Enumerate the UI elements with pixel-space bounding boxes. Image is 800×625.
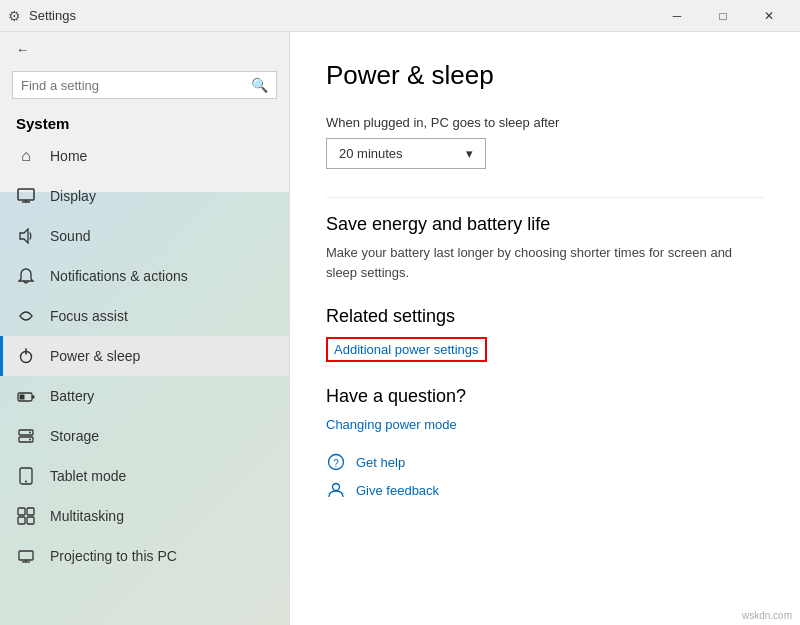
sidebar-item-focus-label: Focus assist <box>50 308 128 324</box>
additional-power-settings-link[interactable]: Additional power settings <box>326 337 487 362</box>
sound-icon <box>16 226 36 246</box>
sidebar-item-multitasking[interactable]: Multitasking <box>0 496 289 536</box>
svg-rect-8 <box>20 395 25 400</box>
changing-power-mode-link[interactable]: Changing power mode <box>326 417 764 432</box>
search-box[interactable]: 🔍 <box>12 71 277 99</box>
chevron-down-icon: ▾ <box>466 146 473 161</box>
sidebar: ← 🔍 System ⌂ Home Display Sound <box>0 32 290 625</box>
storage-icon <box>16 426 36 446</box>
sidebar-item-display[interactable]: Display <box>0 176 289 216</box>
page-title: Power & sleep <box>326 60 764 91</box>
close-button[interactable]: ✕ <box>746 0 792 32</box>
sidebar-item-battery-label: Battery <box>50 388 94 404</box>
sidebar-item-sound-label: Sound <box>50 228 90 244</box>
battery-icon <box>16 386 36 406</box>
svg-point-12 <box>29 439 31 441</box>
svg-rect-15 <box>18 508 25 515</box>
sleep-dropdown-value: 20 minutes <box>339 146 403 161</box>
svg-point-11 <box>29 432 31 434</box>
save-energy-desc: Make your battery last longer by choosin… <box>326 243 764 282</box>
app-container: ← 🔍 System ⌂ Home Display Sound <box>0 32 800 625</box>
projecting-icon <box>16 546 36 566</box>
sidebar-item-focus[interactable]: Focus assist <box>0 296 289 336</box>
sidebar-item-storage[interactable]: Storage <box>0 416 289 456</box>
display-icon <box>16 186 36 206</box>
question-heading: Have a question? <box>326 386 764 407</box>
sidebar-item-power-label: Power & sleep <box>50 348 140 364</box>
app-title: Settings <box>29 8 76 23</box>
svg-rect-16 <box>27 508 34 515</box>
sidebar-section-title: System <box>0 107 289 136</box>
sleep-label: When plugged in, PC goes to sleep after <box>326 115 764 130</box>
sidebar-item-storage-label: Storage <box>50 428 99 444</box>
watermark: wskdn.com <box>742 610 792 621</box>
svg-rect-19 <box>19 551 33 560</box>
changing-power-link-label: Changing power mode <box>326 417 457 432</box>
sidebar-item-tablet[interactable]: Tablet mode <box>0 456 289 496</box>
title-bar: ⚙ Settings ─ □ ✕ <box>0 0 800 32</box>
give-feedback-icon <box>326 480 346 500</box>
give-feedback-label: Give feedback <box>356 483 439 498</box>
sidebar-item-projecting[interactable]: Projecting to this PC <box>0 536 289 576</box>
focus-icon <box>16 306 36 326</box>
window-controls: ─ □ ✕ <box>654 0 792 32</box>
svg-rect-0 <box>18 189 34 200</box>
home-icon: ⌂ <box>16 146 36 166</box>
app-icon: ⚙ <box>8 8 21 24</box>
sidebar-item-notifications-label: Notifications & actions <box>50 268 188 284</box>
svg-point-14 <box>25 481 27 483</box>
give-feedback-link[interactable]: Give feedback <box>326 480 764 500</box>
tablet-icon <box>16 466 36 486</box>
sidebar-item-battery[interactable]: Battery <box>0 376 289 416</box>
search-input[interactable] <box>21 78 245 93</box>
back-home-button[interactable]: ← <box>0 32 289 67</box>
back-arrow-icon: ← <box>16 42 29 57</box>
sleep-dropdown[interactable]: 20 minutes ▾ <box>326 138 486 169</box>
get-help-link[interactable]: ? Get help <box>326 452 764 472</box>
get-help-label: Get help <box>356 455 405 470</box>
multitasking-icon <box>16 506 36 526</box>
minimize-button[interactable]: ─ <box>654 0 700 32</box>
sidebar-item-projecting-label: Projecting to this PC <box>50 548 177 564</box>
main-content: Power & sleep When plugged in, PC goes t… <box>290 32 800 625</box>
maximize-button[interactable]: □ <box>700 0 746 32</box>
svg-point-24 <box>333 484 340 491</box>
notifications-icon <box>16 266 36 286</box>
power-icon <box>16 346 36 366</box>
sidebar-item-home-label: Home <box>50 148 87 164</box>
svg-text:?: ? <box>333 458 339 469</box>
sidebar-item-multitasking-label: Multitasking <box>50 508 124 524</box>
get-help-icon: ? <box>326 452 346 472</box>
svg-rect-17 <box>18 517 25 524</box>
svg-rect-18 <box>27 517 34 524</box>
related-settings-heading: Related settings <box>326 306 764 327</box>
sidebar-item-home[interactable]: ⌂ Home <box>0 136 289 176</box>
sidebar-item-display-label: Display <box>50 188 96 204</box>
sidebar-item-tablet-label: Tablet mode <box>50 468 126 484</box>
save-energy-heading: Save energy and battery life <box>326 214 764 235</box>
sidebar-item-sound[interactable]: Sound <box>0 216 289 256</box>
svg-rect-7 <box>32 396 35 399</box>
search-icon[interactable]: 🔍 <box>251 77 268 93</box>
sidebar-item-notifications[interactable]: Notifications & actions <box>0 256 289 296</box>
svg-marker-3 <box>20 229 28 243</box>
divider-1 <box>326 197 764 198</box>
sidebar-item-power[interactable]: Power & sleep <box>0 336 289 376</box>
